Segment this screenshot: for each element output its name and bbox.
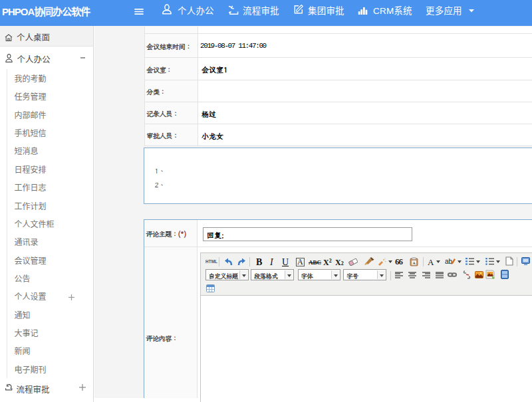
svg-text:A: A: [412, 260, 416, 265]
